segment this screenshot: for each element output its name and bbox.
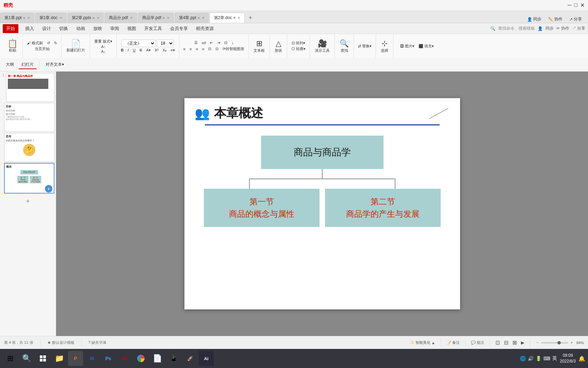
- minimize-btn[interactable]: ─: [568, 2, 571, 9]
- align-center-button[interactable]: ≡: [188, 47, 193, 51]
- undo-button[interactable]: ↺: [46, 41, 51, 46]
- tab-doc1[interactable]: 第1章.doc ✕: [35, 13, 67, 23]
- ribbon-tab-insert[interactable]: 插入: [21, 24, 38, 33]
- zoom-slider[interactable]: [541, 342, 568, 343]
- tab-close-icon[interactable]: ✕: [202, 16, 205, 20]
- italic-button[interactable]: I: [126, 48, 130, 52]
- ribbon-tab-daoke[interactable]: 稻壳资源: [192, 24, 218, 33]
- taskbar-feishu-btn[interactable]: 🚀: [182, 351, 197, 366]
- indent-increase-button[interactable]: ⇥: [216, 40, 222, 45]
- slide-thumb-3[interactable]: 思考 你购买最多的商品有哪些？ 🤔: [4, 133, 54, 162]
- font-size-select[interactable]: 18 24 36: [157, 40, 174, 47]
- view-reading-btn[interactable]: ⊠: [512, 339, 517, 346]
- ribbon-tab-slideshow[interactable]: 放映: [89, 24, 106, 33]
- taskbar-photoshop-btn[interactable]: Ps: [101, 351, 116, 366]
- view-grid-btn[interactable]: ⊟: [504, 339, 508, 346]
- redo-button[interactable]: ↻: [53, 41, 59, 46]
- align-top-button[interactable]: ⊡: [207, 46, 213, 51]
- taskbar-chrome-btn[interactable]: [133, 351, 148, 366]
- tab-ppt1[interactable]: 第1章.ppt ✕: [0, 13, 34, 23]
- bold-button[interactable]: B: [119, 48, 125, 52]
- close-btn[interactable]: ✕: [580, 2, 585, 9]
- taskbar-clock[interactable]: 09:09 2022/8/3: [560, 353, 576, 364]
- paste-button[interactable]: 📋 粘贴: [5, 39, 20, 53]
- ribbon-tab-developer[interactable]: 开发工具: [140, 24, 166, 33]
- tab-close-icon[interactable]: ✕: [97, 16, 99, 20]
- ribbon-tab-view[interactable]: 视图: [123, 24, 140, 33]
- char-spacing-button[interactable]: ≡▾: [169, 48, 176, 53]
- shape-button[interactable]: △ 形状: [273, 39, 284, 54]
- underline-button[interactable]: U: [131, 48, 137, 52]
- tab-pdf2[interactable]: 商品学.pdf ✕: [138, 13, 174, 23]
- missing-font-label[interactable]: T 缺失字体: [88, 340, 107, 345]
- tab-close-icon[interactable]: ✕: [60, 16, 62, 20]
- find-button[interactable]: 🔍 查找: [338, 39, 351, 54]
- design-template-label[interactable]: 默认设计模板: [52, 340, 75, 344]
- tab-close-icon[interactable]: ✕: [130, 16, 133, 20]
- slide-thumb-1[interactable]: 第一章 商品与商品学: [6, 73, 54, 102]
- smart-beautify-btn[interactable]: ✨ 智能美化 ▲: [410, 340, 435, 345]
- font-size-down-button[interactable]: A↓: [100, 49, 107, 54]
- taskbar-wps2-btn[interactable]: 📄: [150, 351, 165, 366]
- select-button[interactable]: ⊹ 选择: [379, 39, 390, 54]
- justify-button[interactable]: ≡: [201, 47, 206, 51]
- taskbar-wps-word-btn[interactable]: W: [84, 351, 99, 366]
- share-btn2[interactable]: ↗ 分享: [572, 26, 585, 31]
- col-button[interactable]: ⊡: [214, 46, 220, 51]
- outline-tab-btn[interactable]: 大纲: [3, 60, 17, 69]
- replace-button[interactable]: ⇄ 替换▾: [357, 43, 373, 49]
- taskbar-ai-btn[interactable]: Ai: [199, 351, 214, 366]
- numbered-list-button[interactable]: ≡#: [200, 41, 208, 45]
- slide-item-4[interactable]: 概述 商品与商品学 第一节商品的概念与属性 第二节商品学的产生与发展 +: [1, 163, 54, 195]
- ribbon-tab-start[interactable]: 开始: [3, 24, 18, 33]
- taskbar-phone-btn[interactable]: 📱: [166, 351, 181, 366]
- superscript-button[interactable]: X²: [153, 48, 160, 52]
- slide-thumb-2[interactable]: 目标 知识目标能力目标 了解商品的生产过程...能对商品学进行研究与分析...: [4, 103, 54, 132]
- ribbon-tab-animation[interactable]: 动画: [72, 24, 89, 33]
- slide-item-1[interactable]: 1 第一章 商品与商品学: [1, 73, 54, 103]
- zoom-control[interactable]: － ＋ 84%: [536, 340, 584, 346]
- search-bar[interactable]: 查找命令、搜索模板: [498, 26, 535, 31]
- ribbon-tab-review[interactable]: 审阅: [106, 24, 123, 33]
- tab-ppt4[interactable]: 第4章.ppt ✕: [175, 13, 209, 23]
- new-slide-button[interactable]: 📄 新建幻灯片: [64, 39, 87, 53]
- zoom-out-btn[interactable]: －: [536, 340, 540, 346]
- slide-tab-btn[interactable]: 幻灯片: [18, 60, 37, 69]
- tab-pdf1[interactable]: 商品分.pdf ✕: [104, 13, 137, 23]
- page-start-button[interactable]: 当页开始: [33, 46, 51, 52]
- zoom-in-btn[interactable]: ＋: [570, 340, 574, 346]
- align-text-btn[interactable]: 对齐文本▾: [43, 60, 67, 69]
- taskbar-task-view-btn[interactable]: [35, 351, 50, 366]
- taskbar-wps-btn[interactable]: W: [117, 351, 132, 366]
- font-size-up-button[interactable]: A↑: [100, 44, 107, 49]
- slide-item-2[interactable]: 目标 知识目标能力目标 了解商品的生产过程...能对商品学进行研究与分析...: [1, 103, 54, 133]
- share-btn[interactable]: ↗ 分享: [567, 16, 584, 23]
- view-normal-btn[interactable]: ⊡: [495, 339, 500, 346]
- strikethrough-button[interactable]: S: [138, 48, 143, 52]
- font-color-button[interactable]: A▾: [145, 48, 152, 53]
- taskbar-wps-ppt-btn[interactable]: P: [68, 351, 83, 366]
- taskbar-search-btn[interactable]: 🔍: [19, 351, 34, 366]
- tab-doc2[interactable]: 第2章.doc ✕: [210, 13, 245, 23]
- play-btn[interactable]: ▶: [521, 340, 524, 345]
- collab-btn[interactable]: ✏️ 协作: [546, 16, 565, 23]
- window-controls[interactable]: ─ □ ✕: [568, 2, 585, 9]
- slide-canvas[interactable]: 👥 本章概述 商品与商品学: [184, 98, 460, 309]
- fill-button[interactable]: ⬛ 填充▾: [417, 43, 435, 49]
- tab-close-icon[interactable]: ✕: [27, 16, 30, 20]
- indent-decrease-button[interactable]: ⇤: [209, 40, 214, 45]
- arrange-button[interactable]: ⊡ 排列▾: [290, 40, 307, 46]
- line-spacing-button[interactable]: ↕: [230, 41, 235, 45]
- align-right-button[interactable]: ≡: [194, 47, 199, 51]
- ribbon-tab-vip[interactable]: 会员专享: [166, 24, 192, 33]
- font-family-select[interactable]: （正文） 微软雅黑 宋体: [121, 40, 156, 47]
- tab-close-icon[interactable]: ✕: [238, 16, 240, 20]
- taskbar-sys-tray[interactable]: 🌐 🔊 🔋 ⌨ 英: [520, 355, 557, 362]
- notification-btn[interactable]: 🔔: [578, 355, 585, 362]
- ribbon-tab-transition[interactable]: 切换: [55, 24, 72, 33]
- collab-btn2[interactable]: ✏ 协作: [556, 26, 569, 31]
- ribbon-tab-design[interactable]: 设计: [38, 24, 55, 33]
- tab-close-icon[interactable]: ✕: [167, 16, 169, 20]
- convert-to-shape-button[interactable]: ⟳转智能图形: [221, 46, 246, 52]
- image-button[interactable]: 🖼 图片▾: [399, 43, 416, 49]
